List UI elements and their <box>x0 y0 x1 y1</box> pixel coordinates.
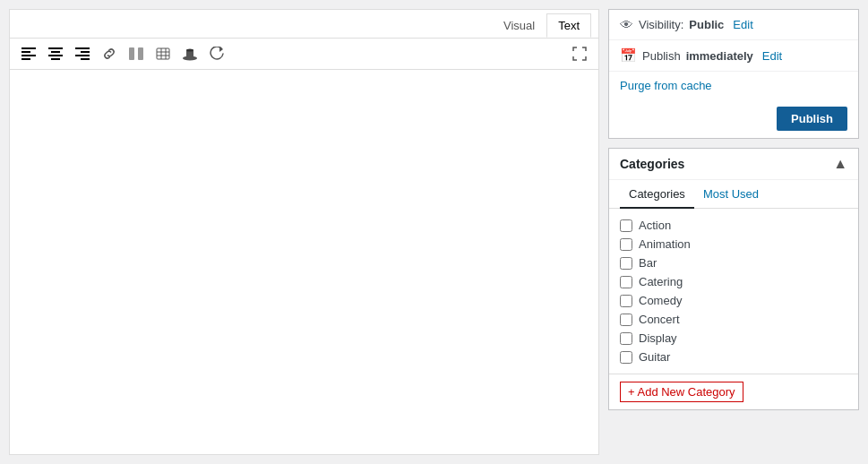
categories-header: Categories ▲ <box>609 149 858 180</box>
toolbar-right <box>568 42 591 65</box>
checkbox-display[interactable] <box>620 332 632 345</box>
label-guitar: Guitar <box>639 350 670 364</box>
publish-button[interactable]: Publish <box>777 107 847 131</box>
publish-actions: Publish <box>609 99 858 138</box>
svg-rect-0 <box>21 47 36 49</box>
tab-text[interactable]: Text <box>546 13 591 38</box>
purge-link-row: Purge from cache <box>609 72 858 99</box>
publish-timing-edit-link[interactable]: Edit <box>762 49 782 63</box>
list-item: Bar <box>620 253 847 272</box>
hat-icon[interactable] <box>178 42 202 65</box>
publish-timing-value: immediately <box>686 49 753 63</box>
tab-most-used[interactable]: Most Used <box>694 180 768 209</box>
checkbox-concert[interactable] <box>620 314 632 326</box>
checkbox-catering[interactable] <box>620 276 632 288</box>
align-left-icon[interactable] <box>17 42 40 65</box>
svg-point-21 <box>186 49 193 52</box>
svg-rect-13 <box>138 47 143 60</box>
categories-box: Categories ▲ Categories Most Used Action… <box>608 148 859 410</box>
checkbox-action[interactable] <box>620 219 632 232</box>
list-item: Comedy <box>620 291 847 310</box>
svg-rect-8 <box>75 47 90 49</box>
publish-box: 👁 Visibility: Public Edit 📅 Publish imme… <box>608 9 859 139</box>
add-new-category-section: + Add New Category <box>609 374 858 409</box>
list-item: Concert <box>620 310 847 329</box>
svg-rect-3 <box>21 58 30 60</box>
tab-categories[interactable]: Categories <box>620 180 694 209</box>
list-item: Animation <box>620 235 847 253</box>
collapse-icon[interactable]: ▲ <box>833 156 847 172</box>
checkbox-bar[interactable] <box>620 257 632 270</box>
svg-rect-12 <box>129 47 134 60</box>
categories-title: Categories <box>620 157 684 171</box>
list-item: Catering <box>620 272 847 291</box>
svg-rect-7 <box>51 58 60 60</box>
calendar-icon: 📅 <box>620 47 637 64</box>
publish-timing-row: 📅 Publish immediately Edit <box>609 40 858 72</box>
align-right-icon[interactable] <box>71 42 94 65</box>
svg-rect-2 <box>21 55 36 56</box>
table-icon[interactable] <box>151 42 175 65</box>
svg-rect-14 <box>157 48 169 59</box>
categories-list: ActionAnimationBarCateringComedyConcertD… <box>609 209 858 374</box>
page-layout: Visual Text <box>0 0 868 464</box>
svg-rect-4 <box>48 47 63 49</box>
label-animation: Animation <box>639 237 691 251</box>
editor-panel: Visual Text <box>0 0 608 464</box>
label-action: Action <box>639 219 671 232</box>
label-display: Display <box>639 331 677 345</box>
editor-content[interactable] <box>9 70 599 455</box>
link-icon[interactable] <box>98 42 121 65</box>
fullscreen-icon[interactable] <box>568 42 591 65</box>
list-item: Guitar <box>620 348 847 366</box>
purge-cache-link[interactable]: Purge from cache <box>620 79 712 92</box>
add-new-category-link[interactable]: + Add New Category <box>620 382 743 402</box>
checkbox-guitar[interactable] <box>620 351 632 364</box>
visibility-edit-link[interactable]: Edit <box>733 18 752 31</box>
columns-icon[interactable] <box>125 42 148 65</box>
svg-rect-6 <box>48 55 63 56</box>
tab-visual[interactable]: Visual <box>492 13 546 38</box>
toolbar-icons <box>17 42 228 65</box>
editor-toolbar <box>9 38 599 70</box>
list-item: Display <box>620 329 847 348</box>
visibility-label: Visibility: <box>639 18 683 31</box>
svg-rect-11 <box>81 58 90 60</box>
categories-tabs: Categories Most Used <box>609 180 858 209</box>
visibility-value: Public <box>689 18 724 31</box>
publish-timing-label: Publish <box>642 49 681 63</box>
svg-rect-1 <box>21 51 30 53</box>
svg-rect-9 <box>81 51 90 53</box>
label-comedy: Comedy <box>639 294 682 307</box>
refresh-icon[interactable] <box>205 42 228 65</box>
svg-rect-5 <box>51 51 60 53</box>
sidebar: 👁 Visibility: Public Edit 📅 Publish imme… <box>608 0 868 464</box>
checkbox-animation[interactable] <box>620 238 632 251</box>
svg-rect-10 <box>75 55 90 56</box>
align-center-icon[interactable] <box>44 42 67 65</box>
list-item: Action <box>620 216 847 235</box>
view-tabs: Visual Text <box>492 13 591 38</box>
label-bar: Bar <box>639 256 657 270</box>
checkbox-comedy[interactable] <box>620 295 632 307</box>
label-catering: Catering <box>639 275 683 288</box>
visibility-row: 👁 Visibility: Public Edit <box>609 10 858 40</box>
label-concert: Concert <box>639 313 680 326</box>
visibility-icon: 👁 <box>620 17 633 32</box>
